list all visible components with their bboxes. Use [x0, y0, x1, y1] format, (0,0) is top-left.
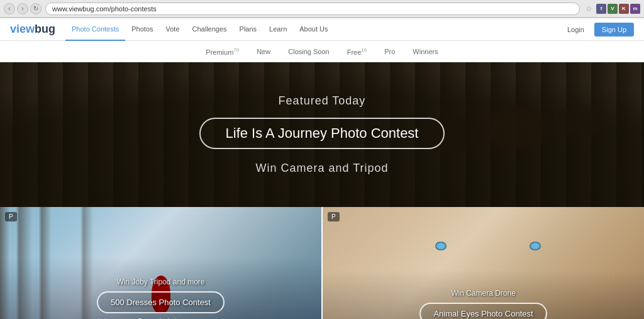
star-icon[interactable]: ☆ [584, 4, 594, 14]
site-header: viewbug Photo Contests Photos Vote Chall… [0, 18, 644, 41]
ext-icon-k[interactable]: K [619, 4, 629, 14]
hero-subtitle: Win Camera and Tripod [199, 162, 445, 175]
filter-winners[interactable]: Winners [413, 48, 438, 55]
login-button[interactable]: Login [562, 23, 589, 36]
browser-actions: ☆ f V K m [584, 4, 640, 14]
signup-button[interactable]: Sign Up [594, 23, 634, 36]
filter-premium[interactable]: Premium70 [206, 47, 239, 56]
nav-vote[interactable]: Vote [160, 18, 186, 41]
header-auth: Login Sign Up [562, 23, 634, 36]
nav-challenges[interactable]: Challenges [186, 18, 233, 41]
card-prize-2: Win Camera Drone [330, 289, 636, 298]
forward-button[interactable]: › [17, 3, 28, 14]
hero-featured-label: Featured Today [199, 94, 445, 108]
card-prize-1: Win Joby Tripod and more [8, 277, 314, 286]
card-content-2: Win Camera Drone Animal Eyes Photo Conte… [323, 281, 644, 319]
card-title-btn-1[interactable]: 500 Dresses Photo Contest [97, 291, 225, 313]
contest-card-animal-eyes[interactable]: P Win Camera Drone Animal Eyes Photo Con… [323, 207, 644, 319]
site-logo[interactable]: viewbug [10, 23, 55, 36]
hero-section: Featured Today Life Is A Journey Photo C… [0, 62, 644, 207]
filter-new[interactable]: New [257, 48, 270, 55]
card-content-1: Win Joby Tripod and more 500 Dresses Pho… [0, 270, 321, 319]
filter-tabs: Premium70 New Closing Soon Free16 Pro Wi… [0, 41, 644, 62]
filter-closing-soon[interactable]: Closing Soon [288, 48, 329, 55]
ext-icons-container: f V K m [596, 4, 640, 14]
back-button[interactable]: ‹ [4, 3, 15, 14]
contest-card-500-dresses[interactable]: P Win Joby Tripod and more 500 Dresses P… [0, 207, 323, 319]
nav-plans[interactable]: Plans [233, 18, 264, 41]
nav-about[interactable]: About Us [293, 18, 334, 41]
contest-cards: P Win Joby Tripod and more 500 Dresses P… [0, 207, 644, 319]
hero-contest-title[interactable]: Life Is A Journey Photo Contest [199, 118, 445, 149]
site-nav: Photo Contests Photos Vote Challenges Pl… [65, 18, 562, 41]
card-premium-badge-2: P [328, 212, 340, 221]
nav-photo-contests[interactable]: Photo Contests [65, 18, 125, 41]
ext-icon-v[interactable]: V [608, 4, 618, 14]
filter-free[interactable]: Free16 [347, 47, 367, 56]
filter-pro[interactable]: Pro [384, 48, 395, 55]
nav-photos[interactable]: Photos [125, 18, 159, 41]
ext-icon-m[interactable]: m [630, 4, 640, 14]
lion-eye-left [435, 242, 447, 250]
refresh-button[interactable]: ↻ [30, 3, 42, 14]
card-title-btn-2[interactable]: Animal Eyes Photo Contest [419, 303, 547, 319]
address-bar[interactable]: www.viewbug.com/photo-contests [45, 3, 580, 15]
browser-toolbar: ‹ › ↻ www.viewbug.com/photo-contests ☆ f… [0, 0, 644, 18]
card-premium-badge-1: P [5, 212, 17, 221]
hero-content: Featured Today Life Is A Journey Photo C… [199, 94, 445, 175]
ext-icon-f[interactable]: f [596, 4, 606, 14]
browser-nav-buttons: ‹ › ↻ [4, 3, 42, 14]
nav-learn[interactable]: Learn [263, 18, 293, 41]
browser-chrome: ‹ › ↻ www.viewbug.com/photo-contests ☆ f… [0, 0, 644, 18]
